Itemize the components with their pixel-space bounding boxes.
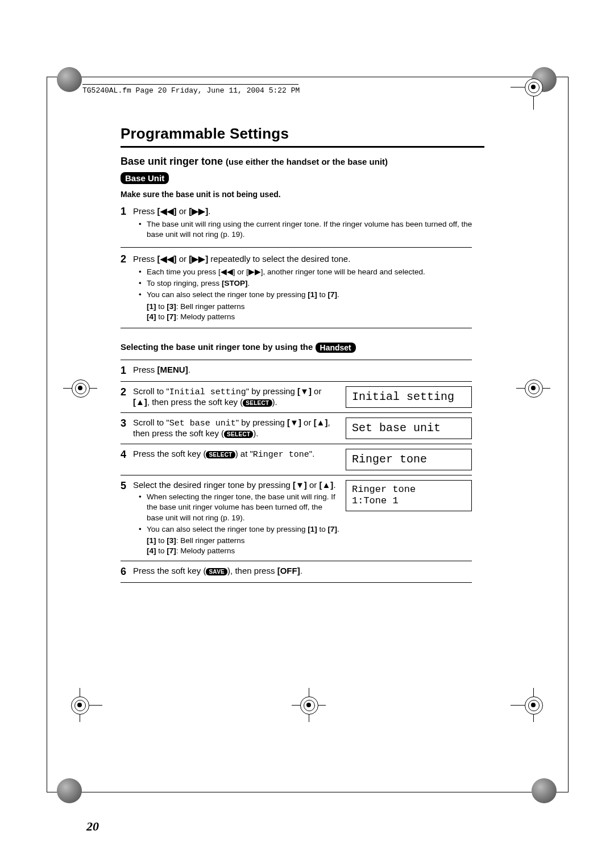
step-body: Scroll to "Set base unit" by pressing [▼… xyxy=(133,418,346,438)
step-number: 1 xyxy=(121,365,133,377)
registration-mark-icon xyxy=(523,695,544,715)
step-body: Press the soft key (SELECT) at "Ringer t… xyxy=(133,449,346,460)
pattern-line: [4] to [7]: Melody patterns xyxy=(133,312,484,322)
fastfwd-key: [▶▶] xyxy=(189,206,208,216)
fastfwd-key: [▶▶] xyxy=(189,254,208,264)
pattern-line: [4] to [7]: Melody patterns xyxy=(133,546,340,556)
hs-step-2: 2 Scroll to "Initial setting" by pressin… xyxy=(121,381,472,412)
step-number: 4 xyxy=(121,449,133,461)
header-rule xyxy=(82,84,298,85)
registration-mark-icon xyxy=(523,77,544,97)
bullet: The base unit will ring using the curren… xyxy=(141,219,484,240)
hs-step-4: 4 Press the soft key (SELECT) at "Ringer… xyxy=(121,444,472,475)
step-number: 2 xyxy=(121,253,133,265)
lcd-display: Ringer tone xyxy=(346,449,472,470)
page-number: 20 xyxy=(86,819,99,834)
step-body: Select the desired ringer tone by pressi… xyxy=(133,480,346,556)
bullet: You can also select the ringer tone by p… xyxy=(141,290,484,300)
step-number: 6 xyxy=(121,566,133,578)
bullet: Each time you press [◀◀] or [▶▶], anothe… xyxy=(141,267,484,277)
registration-mark-icon xyxy=(69,695,90,715)
select-badge: SELECT xyxy=(243,399,272,407)
hs-step-5: 5 Select the desired ringer tone by pres… xyxy=(121,475,472,561)
step-number: 5 xyxy=(121,480,133,492)
step-number: 3 xyxy=(121,418,133,429)
rewind-key: [◀◀] xyxy=(157,254,177,264)
step-body: Press [◀◀] or [▶▶] repeatedly to select … xyxy=(133,253,484,322)
pattern-line: [1] to [3]: Bell ringer patterns xyxy=(133,302,484,312)
select-badge: SELECT xyxy=(206,451,235,458)
page-title: Programmable Settings xyxy=(121,125,484,143)
save-badge: SAVE xyxy=(206,568,227,575)
print-header: TG5240AL.fm Page 20 Friday, June 11, 200… xyxy=(82,86,300,95)
lcd-display: Initial setting xyxy=(346,386,472,408)
pattern-line: [1] to [3]: Bell ringer patterns xyxy=(133,536,340,546)
step-body: Press [MENU]. xyxy=(133,365,472,374)
sub1-main: Base unit ringer tone xyxy=(121,156,226,167)
registration-mark-icon xyxy=(70,378,90,398)
step-body: Press the soft key (SAVE), then press [O… xyxy=(133,566,472,575)
bullet: When selecting the ringer tone, the base… xyxy=(141,492,340,523)
subsection-heading: Selecting the base unit ringer tone by u… xyxy=(121,342,484,353)
divider xyxy=(121,328,472,328)
step-number: 2 xyxy=(121,386,133,398)
step-number: 1 xyxy=(121,206,133,218)
bullet: You can also select the ringer tone by p… xyxy=(141,524,340,535)
base-unit-badge: Base Unit xyxy=(121,172,169,184)
lcd-display: Ringer tone 1:Tone 1 xyxy=(346,480,472,511)
select-badge: SELECT xyxy=(224,431,253,438)
hs-step-6: 6 Press the soft key (SAVE), then press … xyxy=(121,561,472,583)
hs-step-1: 1 Press [MENU]. xyxy=(121,360,472,381)
print-sphere-icon xyxy=(57,778,82,803)
sub1-paren: (use either the handset or the base unit… xyxy=(226,157,388,166)
print-sphere-icon xyxy=(532,778,557,803)
divider xyxy=(121,247,472,248)
registration-mark-icon xyxy=(298,695,319,715)
title-rule xyxy=(121,146,484,148)
step-body: Scroll to "Initial setting" by pressing … xyxy=(133,386,346,407)
print-sphere-icon xyxy=(57,67,82,92)
content-area: Programmable Settings Base unit ringer t… xyxy=(121,125,484,583)
section-heading: Base unit ringer tone (use either the ha… xyxy=(121,156,484,168)
handset-badge: Handset xyxy=(316,343,356,353)
hs-step-3: 3 Scroll to "Set base unit" by pressing … xyxy=(121,412,472,444)
step-body: Press [◀◀] or [▶▶]. The base unit will r… xyxy=(133,206,484,241)
base-step-2: 2 Press [◀◀] or [▶▶] repeatedly to selec… xyxy=(121,253,484,322)
lcd-display: Set base unit xyxy=(346,418,472,439)
rewind-key: [◀◀] xyxy=(157,206,177,216)
base-step-1: 1 Press [◀◀] or [▶▶]. The base unit will… xyxy=(121,206,484,241)
warning-line: Make sure the base unit is not being use… xyxy=(121,190,484,199)
registration-mark-icon xyxy=(523,378,544,398)
bullet: To stop ringing, press [STOP]. xyxy=(141,278,484,289)
